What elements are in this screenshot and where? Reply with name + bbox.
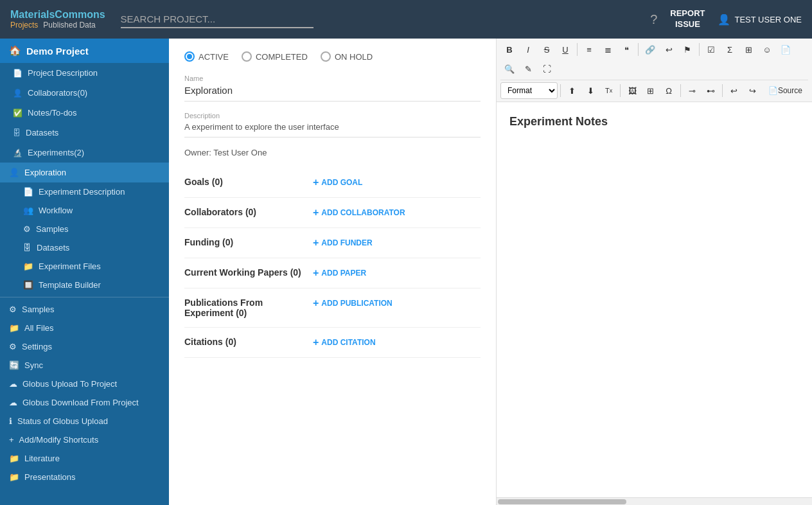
- add-citation-button[interactable]: + ADD CITATION: [313, 337, 376, 348]
- document-icon: 📄: [23, 187, 33, 197]
- sidebar-item-add-shortcuts[interactable]: + Add/Modify Shortcuts: [0, 430, 169, 449]
- sidebar-project[interactable]: 🏠 Demo Project: [0, 39, 169, 63]
- omega-button[interactable]: Ω: [660, 82, 678, 99]
- checkbox-button[interactable]: ☑: [702, 41, 720, 58]
- ordered-list-button[interactable]: ≣: [599, 41, 617, 58]
- sidebar-item-project-description[interactable]: 📄 Project Description: [0, 63, 169, 83]
- unordered-list-button[interactable]: ≡: [580, 41, 598, 58]
- settings-icon: ⚙: [9, 342, 17, 351]
- separator: [680, 84, 681, 97]
- emoji-button[interactable]: ☺: [758, 41, 776, 58]
- upload-button[interactable]: ⬆: [563, 82, 581, 99]
- source-label: Source: [778, 86, 802, 95]
- separator: [699, 43, 700, 56]
- sidebar-sub-experiment-files[interactable]: 📁 Experiment Files: [0, 257, 169, 276]
- sidebar-item-presentations[interactable]: 📁 Presentations: [0, 468, 169, 486]
- scrollbar-thumb[interactable]: [498, 499, 626, 504]
- fullscreen-button[interactable]: ⛶: [538, 60, 556, 77]
- sidebar-item-all-files[interactable]: 📁 All Files: [0, 319, 169, 337]
- section-publications: Publications From Experiment (0) + ADD P…: [184, 288, 481, 328]
- edit-button[interactable]: ✎: [519, 60, 537, 77]
- search-button[interactable]: 🔍: [500, 60, 518, 77]
- section-citations: Citations (0) + ADD CITATION: [184, 328, 481, 358]
- redo-button[interactable]: ↪: [743, 82, 761, 99]
- add-goal-button[interactable]: + ADD GOAL: [313, 177, 362, 188]
- sum-button[interactable]: Σ: [721, 41, 739, 58]
- label: Status of Globus Upload: [17, 416, 108, 426]
- status-tab-completed[interactable]: COMPLETED: [242, 51, 308, 62]
- source-button[interactable]: 📄 Source: [763, 82, 808, 99]
- brand-sub: Projects Published Data: [10, 21, 105, 30]
- brand-projects[interactable]: Projects: [10, 21, 38, 30]
- flag-button[interactable]: ⚑: [678, 41, 696, 58]
- format-select[interactable]: Format Heading 1 Heading 2 Heading 3 Nor…: [500, 82, 558, 99]
- label: Sync: [24, 360, 43, 370]
- radio-completed[interactable]: [242, 51, 252, 62]
- plus-icon: +: [313, 237, 319, 249]
- report-line2: ISSUE: [670, 19, 705, 30]
- link-button[interactable]: 🔗: [641, 41, 659, 58]
- radio-active[interactable]: [184, 51, 195, 62]
- label: Add/Modify Shortcuts: [19, 435, 99, 445]
- italic-button[interactable]: I: [519, 41, 537, 58]
- status-tab-active[interactable]: ACTIVE: [184, 51, 229, 62]
- search-input[interactable]: [121, 11, 313, 28]
- sidebar-sub-workflow[interactable]: 👥 Workflow: [0, 201, 169, 220]
- text-format-button[interactable]: Tx: [600, 82, 618, 99]
- sidebar-sub-template-builder[interactable]: 🔲 Template Builder: [0, 276, 169, 294]
- brand-link[interactable]: MaterialsCommons: [10, 9, 105, 21]
- sidebar-item-experiments[interactable]: 🔬 Experiments(2): [0, 143, 169, 163]
- plus-icon: +: [313, 297, 319, 309]
- sidebar-item-globus-status[interactable]: ℹ Status of Globus Upload: [0, 412, 169, 430]
- editor-scrollbar[interactable]: [497, 497, 812, 505]
- table-button[interactable]: ⊞: [642, 82, 660, 99]
- database-icon: 🗄: [13, 128, 21, 137]
- add-publication-button[interactable]: + ADD PUBLICATION: [313, 297, 393, 309]
- strikethrough-button[interactable]: S: [538, 41, 556, 58]
- sidebar-sub-experiment-description[interactable]: 📄 Experiment Description: [0, 182, 169, 201]
- editor-toolbar: B I S U ≡ ≣ ❝ 🔗 ↩ ⚑ ☑ Σ ⊞ ☺: [497, 39, 812, 102]
- user-menu[interactable]: 👤 TEST USER ONE: [718, 13, 802, 26]
- underline-button[interactable]: U: [556, 41, 574, 58]
- radio-on-hold[interactable]: [321, 51, 331, 62]
- user-icon: 👤: [13, 89, 22, 98]
- publications-label: Publications From Experiment (0): [184, 297, 313, 318]
- sidebar-item-globus-download[interactable]: ☁ Globus Download From Project: [0, 393, 169, 412]
- description-label: Description: [184, 112, 481, 120]
- sidebar-item-sync[interactable]: 🔄 Sync: [0, 356, 169, 375]
- status-on-hold-label: ON HOLD: [335, 52, 373, 62]
- editor-content[interactable]: Experiment Notes: [497, 102, 812, 497]
- sidebar-section-exploration[interactable]: 👤 Exploration: [0, 163, 169, 182]
- sidebar-item-globus-upload[interactable]: ☁ Globus Upload To Project: [0, 375, 169, 393]
- brand-published[interactable]: Published Data: [43, 21, 95, 30]
- sidebar-item-literature[interactable]: 📁 Literature: [0, 449, 169, 468]
- separator: [638, 43, 639, 56]
- unlink-button[interactable]: ↩: [660, 41, 678, 58]
- indent-left-button[interactable]: ⊸: [684, 82, 702, 99]
- sidebar-sub-datasets[interactable]: 🗄 Datasets: [0, 238, 169, 257]
- add-funder-button[interactable]: + ADD FUNDER: [313, 237, 373, 249]
- add-collaborator-button[interactable]: + ADD COLLABORATOR: [313, 207, 405, 218]
- report-issue-button[interactable]: REPORT ISSUE: [670, 8, 705, 30]
- sidebar-item-datasets[interactable]: 🗄 Datasets: [0, 123, 169, 143]
- blockquote-button[interactable]: ❝: [617, 41, 635, 58]
- sidebar-item-samples-main[interactable]: ⚙ Samples: [0, 300, 169, 319]
- separator: [577, 43, 578, 56]
- download-button[interactable]: ⬇: [581, 82, 599, 99]
- source-icon: 📄: [768, 86, 778, 95]
- sidebar-item-collaborators[interactable]: 👤 Collaborators(0): [0, 83, 169, 103]
- sidebar-sub-samples[interactable]: ⚙ Samples: [0, 220, 169, 238]
- help-button[interactable]: ?: [650, 12, 657, 27]
- undo-button[interactable]: ↩: [725, 82, 743, 99]
- status-tab-on-hold[interactable]: ON HOLD: [321, 51, 373, 62]
- add-paper-button[interactable]: + ADD PAPER: [313, 267, 366, 279]
- description-value: A experiment to explore the user interfa…: [184, 122, 481, 137]
- sidebar-item-notes[interactable]: ✅ Notes/To-dos: [0, 103, 169, 123]
- table-icon-button[interactable]: ⊞: [739, 41, 757, 58]
- file-button[interactable]: 📄: [777, 41, 795, 58]
- indent-right-button[interactable]: ⊷: [702, 82, 719, 99]
- navbar: MaterialsCommons Projects Published Data…: [0, 0, 812, 39]
- bold-button[interactable]: B: [500, 41, 518, 58]
- sidebar-item-settings[interactable]: ⚙ Settings: [0, 337, 169, 356]
- image-button[interactable]: 🖼: [623, 82, 641, 99]
